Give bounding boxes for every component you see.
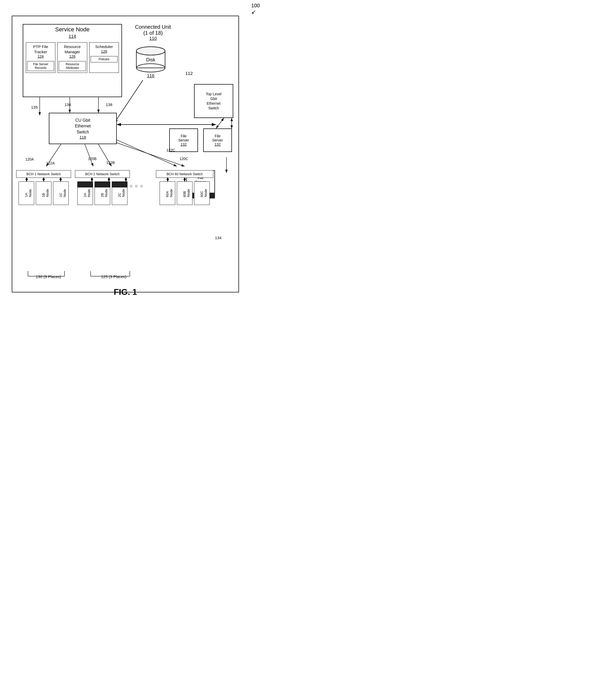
top-switch-title: Top LevelGbitEthernetSwitch [206, 92, 221, 111]
ptp-title: PTP FileTracker [33, 44, 48, 54]
ptp-sub-box: File ServerRecords [27, 61, 54, 71]
disk-svg: Disk [135, 46, 166, 72]
ptp-ref: 124 [38, 54, 44, 58]
label-135: 135 [31, 105, 38, 109]
file-server-2-box: FileServer 132 [203, 128, 232, 152]
label-136: 136 [65, 102, 71, 107]
fs2-title: FileServer [212, 134, 223, 142]
service-node-ref: 114 [23, 34, 121, 39]
svg-line-12 [216, 118, 224, 128]
label-125: 125 (3 Places) [101, 274, 126, 279]
bch1-section: BCH 1 Network Switch Node1A Node1B Node1… [16, 170, 71, 205]
label-122a: 122A [46, 161, 55, 165]
scheduler-sub-box: Policies [91, 56, 118, 62]
ptp-file-tracker-box: PTP FileTracker 124 File ServerRecords [26, 42, 55, 73]
top-switch-box: Top LevelGbitEthernetSwitch [194, 84, 233, 118]
label-122b: 122B [106, 160, 115, 165]
bch2-section: BCH 2 Network Switch Node2A Node2B Node2… [75, 170, 130, 205]
fs2-ref: 132 [214, 142, 220, 147]
node-1c: Node1C [53, 181, 69, 205]
label-122c: 122C [166, 148, 175, 152]
label-120b: 120B [88, 157, 97, 161]
top-switch-ref-label: 112 [186, 71, 193, 76]
service-node-inner-row: PTP FileTracker 124 File ServerRecords R… [23, 39, 121, 73]
rm-ref: 126 [69, 54, 75, 58]
bch2-switch-box: BCH 2 Network Switch [75, 170, 130, 178]
rm-sub-box: ResourceAttributes [59, 61, 86, 71]
node-2c: Node2C [112, 181, 127, 205]
scheduler-box: Scheduler 128 Policies [89, 42, 119, 73]
bch60-section: BCH 60 Network Switch Node60A Node60B No… [156, 170, 213, 205]
bch1-nodes-row: Node1A Node1B Node1C [16, 181, 71, 205]
label-138: 138 [106, 102, 112, 107]
node-60c: Node60C [194, 181, 210, 205]
arrow-100-icon: ↙ [251, 9, 256, 15]
node-1a: Node1A [19, 181, 34, 205]
fs1-ref: 132 [181, 142, 187, 147]
bch1-switch-box: BCH 1 Network Switch [16, 170, 71, 178]
node-2b: Node2B [95, 181, 110, 205]
service-node-title: Service Node [23, 25, 121, 34]
scheduler-ref: 128 [101, 49, 107, 53]
label-130: 130 (9 Places) [36, 274, 61, 279]
svg-text:Disk: Disk [146, 57, 156, 62]
fs1-title: FileServer [178, 134, 189, 142]
bch60-switch-box: BCH 60 Network Switch [156, 170, 213, 178]
bch2-nodes-row: Node2A Node2B Node2C [75, 181, 130, 205]
label-120a: 120A [25, 157, 34, 161]
svg-point-27 [136, 47, 165, 55]
label-120c: 120C [179, 157, 188, 161]
disk-ref: 116 [135, 73, 166, 79]
cu-switch-box: CU GbitEthernetSwitch 118 [49, 113, 117, 144]
node-1b: Node1B [36, 181, 51, 205]
bch60-nodes-row: Node60A Node60B Node60C [156, 181, 213, 205]
scheduler-title: Scheduler [95, 44, 113, 49]
label-134: 134 [215, 235, 221, 240]
fig-label: FIG. 1 [6, 287, 244, 297]
cu-switch-title: CU GbitEthernetSwitch [75, 118, 91, 135]
connected-unit-title: Connected Unit(1 of 18) [135, 24, 171, 36]
resource-manager-box: ResourceManager 126 ResourceAttributes [57, 42, 87, 73]
node-60a: Node60A [160, 181, 175, 205]
service-node-box: Service Node 114 PTP FileTracker 124 Fil… [23, 24, 122, 97]
rm-title: ResourceManager [64, 44, 81, 54]
connected-unit: Connected Unit(1 of 18) 110 [135, 24, 171, 41]
ellipsis-separator: ○ ○ ○ [130, 183, 144, 189]
node-2a: Node2A [77, 181, 93, 205]
node-60b: Node60B [177, 181, 192, 205]
disk-cylinder: Disk 116 [135, 46, 166, 79]
cu-switch-ref: 118 [79, 135, 86, 140]
connected-unit-ref: 110 [135, 36, 171, 41]
ref-100: 100 ↙ [251, 3, 260, 16]
outer-diagram-box: Service Node 114 PTP FileTracker 124 Fil… [12, 16, 239, 293]
